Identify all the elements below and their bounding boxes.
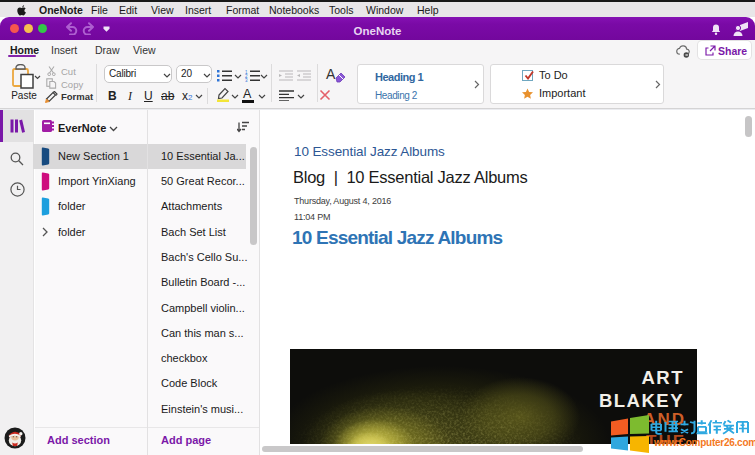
svg-text:3: 3 <box>245 78 248 82</box>
svg-text:www.Computer26.com: www.Computer26.com <box>653 437 755 448</box>
svg-text:ART: ART <box>641 367 684 388</box>
